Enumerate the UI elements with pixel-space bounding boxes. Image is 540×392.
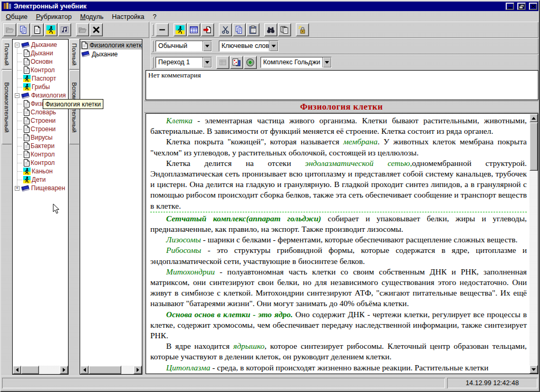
minus-button[interactable] <box>156 23 169 36</box>
cards-icon <box>232 58 241 67</box>
menu-item-Модуль[interactable]: Модуль <box>80 13 103 21</box>
menu-item-?[interactable]: ? <box>153 13 157 21</box>
tree-leaf[interactable]: Каньон <box>13 167 68 175</box>
scroll-left-button[interactable] <box>80 366 89 374</box>
restore-button[interactable] <box>517 3 526 10</box>
tree-leaf[interactable]: Дыхани <box>13 49 68 57</box>
tree-leaf[interactable]: Контрол <box>13 150 68 159</box>
term-link[interactable]: Клетка <box>166 116 192 125</box>
close-button[interactable] <box>90 23 103 36</box>
lock-button[interactable] <box>296 23 309 36</box>
tree-node[interactable]: −Физиология <box>13 91 68 100</box>
cut-button[interactable] <box>219 23 232 36</box>
find-button[interactable] <box>264 23 277 36</box>
document-icon <box>23 66 30 74</box>
scroll-right-button[interactable] <box>60 366 68 374</box>
toolbar-grip[interactable] <box>152 24 153 36</box>
style-combo-arrow[interactable] <box>202 41 211 51</box>
tree-node[interactable]: −Дыхание <box>13 41 68 49</box>
tree-leaf-label: Контрол <box>31 66 55 74</box>
transition-combo-arrow[interactable] <box>202 57 211 67</box>
cards-button[interactable] <box>230 56 243 69</box>
tree-leaf-label: Каньон <box>32 168 53 175</box>
close-button[interactable] <box>529 3 537 10</box>
term-link[interactable]: Цитоплазма <box>166 363 210 372</box>
toolbar-right <box>150 22 538 38</box>
tab-Полный[interactable]: Полный <box>2 39 12 70</box>
menu-item-Настройка[interactable]: Настройка <box>112 13 144 21</box>
panel1-hscrollbar[interactable] <box>13 366 68 374</box>
copy-button[interactable] <box>17 23 30 36</box>
chevron-down-icon <box>272 45 276 47</box>
list-item[interactable]: Физиология клетк <box>80 41 142 50</box>
panel2-hscrollbar[interactable] <box>80 366 142 374</box>
minimize-button[interactable] <box>506 3 514 10</box>
run-module-button[interactable] <box>173 23 187 36</box>
term-link[interactable]: Лизосомы <box>166 235 201 244</box>
scroll-right-button[interactable] <box>133 366 142 374</box>
book-icon <box>21 92 30 99</box>
run-module-button[interactable] <box>44 23 57 36</box>
walker-icon-holder <box>23 176 31 183</box>
toolbar-grip[interactable] <box>152 41 153 52</box>
new-document-button[interactable] <box>31 23 44 36</box>
copy-button[interactable] <box>233 23 246 36</box>
table-button[interactable] <box>187 23 200 36</box>
content-vscrollbar[interactable] <box>529 114 538 374</box>
search-mode-combo[interactable]: Ключевые слов <box>219 41 278 52</box>
scroll-down-button[interactable] <box>529 365 538 374</box>
export-doc-button[interactable] <box>201 23 214 36</box>
tree-leaf[interactable]: Контрол <box>13 66 68 74</box>
term-link[interactable]: эндолазматической сетью, <box>305 159 412 168</box>
menu-item-Общие[interactable]: Общие <box>6 13 27 21</box>
scroll-thumb[interactable] <box>21 366 39 374</box>
text-run: Клетка делится на отсеки <box>166 159 305 168</box>
collapse-icon[interactable]: − <box>15 93 20 98</box>
target-button[interactable] <box>244 56 257 69</box>
status-datetime: 14.12.99 12:42:48 <box>447 378 537 388</box>
keyword-combo-arrow[interactable] <box>322 57 331 67</box>
media-buttons <box>216 56 257 69</box>
expand-icon[interactable]: + <box>15 186 20 191</box>
term-link[interactable]: ядрышко <box>233 341 264 350</box>
toolbar-grip[interactable] <box>152 57 153 68</box>
media-button[interactable] <box>58 23 71 36</box>
tree-leaf[interactable]: Словарь <box>13 108 68 116</box>
scroll-left-button[interactable] <box>13 366 21 374</box>
tree-node[interactable]: +Пищеварен <box>13 184 68 192</box>
walking-person-icon <box>23 83 31 91</box>
tab-Полный[interactable]: Полный <box>69 39 79 70</box>
tree-leaf[interactable]: Основн <box>13 57 68 66</box>
tab-Вспомогательный[interactable]: Вспомогательный <box>2 70 12 144</box>
list-item[interactable]: Дыхание <box>80 50 142 58</box>
paste-button[interactable] <box>246 23 259 36</box>
keyword-combo[interactable]: Комплекс Гольджи <box>261 57 332 68</box>
term-link[interactable]: Рибосомы <box>166 246 201 254</box>
tree-leaf[interactable]: Строени <box>13 125 68 133</box>
tree-leaf[interactable]: Вирусы <box>13 133 68 142</box>
tree-leaf[interactable]: Грибы <box>13 83 68 91</box>
scroll-thumb[interactable] <box>89 366 121 374</box>
tree-connector <box>17 104 22 104</box>
tree-leaf[interactable]: Бактери <box>13 142 68 150</box>
term-link[interactable]: Основа основ в клетки - это ядро. <box>166 310 293 319</box>
term-link[interactable]: Митохондрии <box>166 267 215 276</box>
pages-button[interactable] <box>278 23 291 36</box>
transition-combo[interactable]: Переход 1 <box>156 57 212 68</box>
scroll-up-button[interactable] <box>529 114 538 122</box>
document-icon <box>23 134 30 141</box>
menu-item-Рубрикатор[interactable]: Рубрикатор <box>36 13 72 21</box>
scroll-thumb[interactable] <box>529 122 538 171</box>
list-area: Физиология клеткДыхание <box>80 40 142 366</box>
tree-leaf[interactable]: Дети <box>13 175 68 184</box>
tree-leaf[interactable]: Контрол <box>13 159 68 167</box>
term-link[interactable]: мембрана <box>343 137 378 146</box>
tree-leaf[interactable]: Строени <box>13 116 68 125</box>
term-link[interactable]: Сетчатый комплекс(аппарат гольджи) <box>166 214 321 223</box>
document-icon <box>81 42 88 49</box>
tree-connector <box>17 138 22 138</box>
search-mode-combo-arrow[interactable] <box>269 41 278 51</box>
tree-leaf[interactable]: Паспорт <box>13 74 68 83</box>
style-combo[interactable]: Обычный <box>156 41 212 52</box>
collapse-icon[interactable]: − <box>15 43 20 47</box>
